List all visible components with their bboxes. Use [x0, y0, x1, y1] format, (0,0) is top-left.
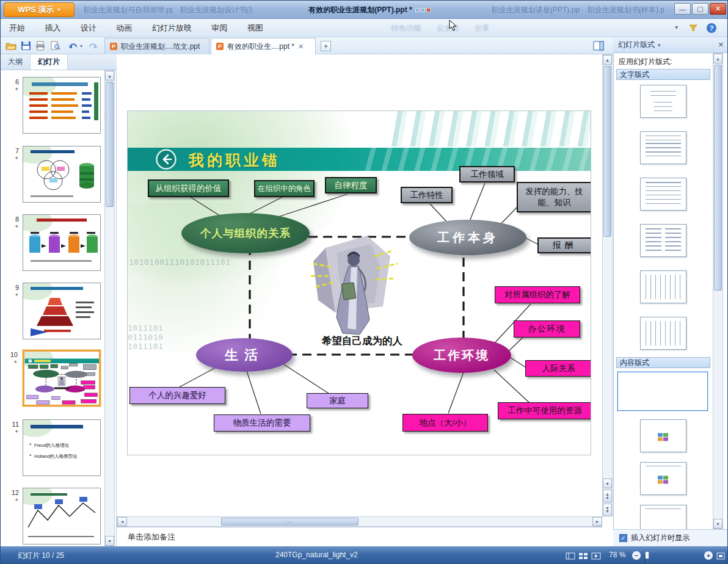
menu-review[interactable]: 审阅	[203, 19, 236, 37]
slideshow-icon[interactable]	[591, 551, 601, 562]
close-document-icon[interactable]: ✕	[298, 43, 304, 51]
scrollbar-thumb[interactable]	[106, 82, 114, 207]
normal-view-icon[interactable]	[566, 551, 575, 562]
save-icon[interactable]	[19, 40, 32, 52]
chevron-down-icon[interactable]: ▾	[658, 42, 661, 48]
scroll-up-icon[interactable]: ▲	[713, 54, 723, 63]
app-menu-button[interactable]: WPS 演示 ▾	[4, 2, 75, 17]
layout-thumb-content-only[interactable]	[640, 419, 686, 452]
layout-thumb-content[interactable]	[640, 178, 686, 211]
menu-insert[interactable]: 插入	[36, 19, 69, 37]
window-tab-active[interactable]: 有效的职业生涯规划(PPT).ppt *	[256, 4, 483, 16]
zoom-slider-thumb[interactable]	[645, 551, 649, 559]
box-personal-interest[interactable]: 个人的兴趣爱好	[129, 387, 225, 404]
window-tab[interactable]: 职业生涯规划设计书(范例).ppt	[177, 4, 252, 16]
window-tab[interactable]: 职业生涯规划与自我管理.ppt	[80, 4, 173, 16]
slide-title[interactable]: 我的职业锚	[189, 150, 280, 170]
box-material-needs[interactable]: 物质生活的需要	[214, 414, 310, 432]
transition-icon[interactable]: ✦	[7, 155, 19, 161]
box-role-in-org[interactable]: 在组织中的角色	[254, 180, 315, 197]
scroll-left-icon[interactable]: ◄	[117, 517, 127, 526]
scrollbar-thumb[interactable]: ⋯	[221, 518, 359, 526]
scroll-up-icon[interactable]: ▲	[603, 55, 612, 65]
horizontal-scrollbar[interactable]: ◄ ⋯ ►	[117, 516, 602, 527]
box-interpersonal-relations[interactable]: 人际关系	[525, 360, 591, 377]
scroll-down-icon[interactable]: ▼	[603, 479, 612, 488]
menu-animation[interactable]: 动画	[107, 19, 140, 37]
transition-icon[interactable]: ✦	[7, 428, 19, 435]
close-button[interactable]: ✕	[710, 3, 726, 15]
notes-area[interactable]: 单击添加备注	[117, 527, 602, 546]
scrollbar-thumb[interactable]	[714, 65, 722, 291]
checkbox-checked[interactable]: ✓	[619, 534, 627, 542]
menu-view[interactable]: 视图	[239, 19, 272, 37]
layout-thumb-vertical-title-text[interactable]	[640, 317, 686, 350]
person-clipart[interactable]	[308, 232, 400, 341]
document-tab[interactable]: P 职业生涯规划....范文.ppt	[104, 38, 209, 54]
slide-sorter-icon[interactable]	[578, 551, 588, 562]
layout-thumb-blank-selected[interactable]	[617, 372, 708, 411]
box-self-discipline[interactable]: 自律程度	[325, 177, 377, 193]
task-pane-scrollbar[interactable]: ▲ ▼	[713, 53, 723, 529]
slide-thumbnail-7[interactable]	[23, 146, 101, 203]
back-arrow-button[interactable]	[156, 149, 177, 170]
box-ability-skill-knowledge[interactable]: 发挥的能力、技能、知识	[517, 182, 591, 212]
menu-slideshow[interactable]: 幻灯片放映	[144, 19, 200, 37]
zoom-in-button[interactable]: +	[704, 551, 713, 560]
ellipse-work-itself[interactable]: 工作本身	[409, 220, 526, 255]
next-slide-icon[interactable]: ▼▼	[603, 504, 612, 516]
task-pane-title[interactable]: 幻灯片版式	[618, 40, 655, 50]
transition-icon[interactable]: ✦	[5, 359, 18, 365]
layout-thumb-two-content[interactable]	[640, 224, 686, 257]
transition-icon[interactable]: ✦	[7, 292, 19, 298]
print-icon[interactable]	[34, 40, 47, 52]
transition-icon[interactable]: ✦	[7, 223, 19, 230]
close-pane-icon[interactable]: ✕	[718, 41, 724, 49]
menu-design[interactable]: 设计	[72, 19, 105, 37]
ellipse-life[interactable]: 生活	[196, 338, 293, 372]
print-preview-icon[interactable]	[48, 40, 62, 52]
open-file-icon[interactable]	[4, 40, 18, 52]
slide-thumbnail-12[interactable]	[23, 488, 101, 544]
box-office-environment[interactable]: 办公环境	[514, 320, 580, 338]
transition-icon[interactable]: ✦	[7, 497, 19, 503]
scroll-down-icon[interactable]: ▼	[713, 519, 723, 529]
minimize-button[interactable]: —	[674, 3, 691, 15]
box-value-from-org[interactable]: 从组织获得的价值	[148, 179, 229, 197]
scroll-down-icon[interactable]: ▼	[105, 536, 114, 546]
section-content-layouts[interactable]: 内容版式	[616, 357, 710, 368]
scroll-up-icon[interactable]: ▲	[105, 71, 114, 81]
window-tab[interactable]: 职业生涯规划书(样本).ppt	[584, 4, 664, 16]
redo-icon[interactable]	[86, 40, 100, 52]
box-usable-resources[interactable]: 工作中可使用的资源	[498, 402, 591, 419]
center-label[interactable]: 希望自己成为的人	[308, 334, 416, 348]
scrollbar-thumb[interactable]	[603, 66, 611, 237]
filter-funnel-icon[interactable]	[688, 23, 698, 35]
document-tab-active[interactable]: P 有效的职业生....ppt * ✕	[211, 38, 316, 54]
box-work-trait[interactable]: 工作特性	[401, 187, 453, 203]
undo-dropdown-icon[interactable]: ▾	[80, 43, 82, 49]
transition-icon[interactable]: ✦	[7, 86, 19, 92]
layout-thumb-title-content[interactable]	[640, 131, 686, 164]
tab-outline[interactable]: 大纲	[1, 54, 31, 70]
section-text-layouts[interactable]: 文字版式	[616, 69, 710, 80]
slide-canvas[interactable]: 我的职业锚 10101001110101011101 1011101 01110…	[127, 110, 591, 455]
tab-slides[interactable]: 幻灯片	[31, 54, 68, 70]
slide-thumbnail-8[interactable]	[23, 214, 101, 271]
slide-thumbnail-10-selected[interactable]	[23, 350, 101, 407]
slide-thumbnail-9[interactable]	[23, 283, 101, 339]
layout-thumb-vertical-text[interactable]	[640, 270, 686, 303]
layout-thumb-title-content-2[interactable]	[640, 462, 686, 495]
layout-thumb-title-slide[interactable]	[640, 85, 686, 118]
window-tab[interactable]: 职业生涯规划讲座(PPT).ppt	[488, 4, 580, 16]
new-document-tab-button[interactable]: +	[321, 41, 331, 51]
task-pane-toggle-icon[interactable]	[592, 40, 605, 52]
fit-to-window-icon[interactable]	[716, 551, 725, 562]
box-work-field[interactable]: 工作领域	[459, 166, 515, 183]
help-icon[interactable]: ?	[707, 23, 716, 33]
thumbnail-scrollbar[interactable]: ▲ ▼	[104, 70, 115, 546]
ellipse-person-org-relation[interactable]: 个人与组织的关系	[181, 213, 310, 253]
slide-thumbnail-11[interactable]: * Freud的人格理论 * Holland的人格类型论	[23, 419, 101, 476]
slide-thumbnail-6[interactable]	[23, 77, 101, 134]
chevron-down-icon[interactable]: ▾	[675, 24, 678, 31]
